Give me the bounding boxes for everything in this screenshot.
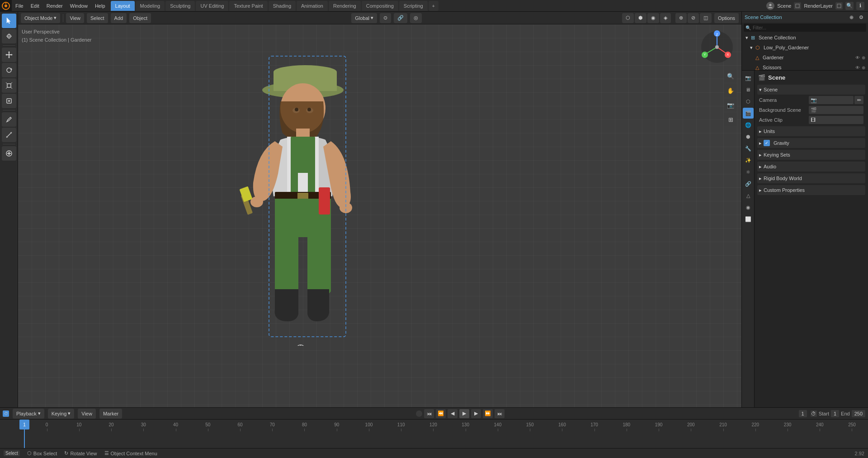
section-custom-header[interactable]: ▸ Custom Properties [757,185,865,195]
tab-rendering[interactable]: Rendering [329,1,361,11]
prop-constraints[interactable]: 🔗 [743,178,754,189]
outliner-scissors[interactable]: △ Scissors 👁 ⊕ [753,62,868,71]
menu-edit[interactable]: Edit [27,0,43,11]
tab-scripting[interactable]: Scripting [399,1,428,11]
tool-measure[interactable] [2,128,16,142]
tab-texture-paint[interactable]: Texture Paint [229,1,267,11]
tool-annotate[interactable] [2,112,16,127]
pan-btn[interactable]: ✋ [724,84,737,97]
render-mode[interactable]: ◈ [660,13,671,23]
next-frame-btn[interactable]: ⏩ [483,409,493,418]
current-frame-display[interactable]: 1 [799,410,807,417]
outliner-filter[interactable]: ⊕ [847,13,855,21]
tool-move[interactable] [2,48,16,62]
navigation-gizmo[interactable]: Z X Y [699,29,735,65]
jump-start-btn[interactable]: ⏮ [424,409,434,418]
tool-select[interactable] [2,14,16,28]
gardener-sel-icon[interactable]: ⊕ [862,55,865,60]
options-menu[interactable]: Options [714,13,739,23]
tool-cursor[interactable] [2,29,16,43]
show-overlays[interactable]: ⊘ [688,13,699,23]
scissors-sel-icon[interactable]: ⊕ [862,65,865,70]
section-audio-header[interactable]: ▸ Audio [757,162,865,172]
tool-rotate[interactable] [2,63,16,77]
play-btn[interactable]: ▶ [459,409,469,418]
timeline-view-menu[interactable]: View [78,409,96,419]
jump-end-btn[interactable]: ⏭ [495,409,505,418]
tool-scale[interactable] [2,78,16,93]
menu-help[interactable]: Help [91,0,109,11]
bg-scene-value[interactable]: 🎬 [809,106,863,114]
solid-mode[interactable]: ⬢ [635,13,646,23]
prop-scene[interactable]: 🎬 [743,108,754,119]
prop-physics[interactable]: ⚛ [743,167,754,177]
prop-render[interactable]: 📷 [743,72,754,83]
viewport-select-menu[interactable]: Select [87,13,108,23]
prev-frame-btn[interactable]: ⏪ [436,409,446,418]
section-scene-header[interactable]: ▾ Scene [757,85,865,95]
viewport-add-menu[interactable]: Add [111,13,127,23]
tab-shading[interactable]: Shading [269,1,296,11]
tool-add[interactable] [2,146,16,161]
prop-object[interactable]: ⬢ [743,131,754,142]
outliner-scene-collection[interactable]: ▾ ⊞ Scene Collection [742,33,868,43]
viewport-view-menu[interactable]: View [66,13,84,23]
playback-menu[interactable]: Playback ▾ [13,409,44,419]
pivot-point[interactable]: ⊙ [380,13,391,23]
prop-viewlayer[interactable]: ⬡ [743,96,754,107]
camera-btn[interactable]: 📷 [724,99,737,111]
material-mode[interactable]: ◉ [647,13,659,23]
search-button[interactable]: 🔍 [845,2,854,10]
wireframe-mode[interactable]: ⬡ [622,13,634,23]
keying-menu[interactable]: Keying ▾ [48,409,75,419]
outliner-search[interactable]: 🔍 Filter... [744,24,866,32]
section-gravity-header[interactable]: ▸ ✓ Gravity [757,138,865,148]
section-units-header[interactable]: ▸ Units [757,126,865,136]
info-button[interactable]: ℹ [856,2,864,10]
active-clip-value[interactable]: 🎞 [809,116,863,124]
outliner-gardener[interactable]: △ Gardener 👁 ⊕ [753,52,868,62]
zoom-in-btn[interactable]: 🔍 [724,70,737,82]
marker-menu[interactable]: Marker [99,409,122,419]
menu-window[interactable]: Window [66,0,91,11]
prop-material[interactable]: ◉ [743,202,754,213]
show-gizmo[interactable]: ⊕ [675,13,687,23]
tab-modeling[interactable]: Modeling [136,1,165,11]
outliner-settings[interactable]: ⚙ [857,13,865,21]
prev-keyframe-btn[interactable]: ◀ [448,409,458,418]
grid-btn[interactable]: ⊞ [724,113,737,126]
camera-value[interactable]: 📷 [809,96,854,104]
mode-selector[interactable]: Object Mode ▾ [21,13,60,23]
next-keyframe-btn[interactable]: ▶ [471,409,481,418]
transform-global[interactable]: Global ▾ [351,13,377,23]
tab-sculpting[interactable]: Sculpting [165,1,195,11]
menu-render[interactable]: Render [43,0,66,11]
tab-compositing[interactable]: Compositing [362,1,398,11]
prop-data[interactable]: △ [743,190,754,201]
section-keying-header[interactable]: ▸ Keying Sets [757,150,865,160]
viewport-3d[interactable]: User Perspective (1) Scene Collection | … [18,24,741,407]
camera-edit-btn[interactable]: ✏ [854,96,863,104]
add-workspace-button[interactable]: + [429,1,439,11]
tool-transform[interactable] [2,94,16,108]
gardener-vis-icon[interactable]: 👁 [855,55,860,60]
timeline-ruler[interactable]: 1 0 10 20 30 40 50 60 70 80 90 100 110 1… [0,420,868,448]
prop-texture[interactable]: ⬜ [743,214,754,224]
prop-world[interactable]: 🌐 [743,119,754,130]
proportional-edit[interactable]: ◎ [410,13,422,23]
prop-modifier[interactable]: 🔧 [743,143,754,154]
tab-layout[interactable]: Layout [111,1,135,11]
menu-file[interactable]: File [12,0,27,11]
start-frame[interactable]: 1 [831,410,839,417]
snap-toggle[interactable]: 🔗 [394,13,407,23]
scissors-vis-icon[interactable]: 👁 [855,65,860,70]
tab-uv-editing[interactable]: UV Editing [196,1,228,11]
gravity-checkbox[interactable]: ✓ [764,140,770,146]
xray-toggle[interactable]: ◫ [700,13,712,23]
viewport-object-menu[interactable]: Object [129,13,151,23]
prop-particles[interactable]: ✨ [743,155,754,166]
render-layer-name[interactable]: RenderLayer [804,3,833,9]
record-btn[interactable] [416,410,422,417]
section-rigid-header[interactable]: ▸ Rigid Body World [757,173,865,183]
end-frame[interactable]: 250 [852,410,865,417]
